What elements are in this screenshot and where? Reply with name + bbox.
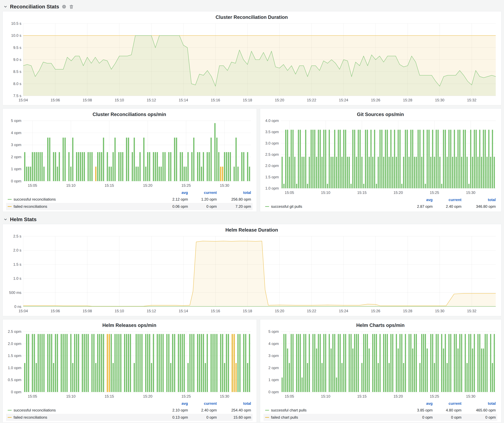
- svg-text:15:25: 15:25: [430, 394, 439, 398]
- legend-sort-current[interactable]: current: [188, 401, 217, 406]
- section-header-helm-stats[interactable]: Helm Stats: [2, 215, 502, 224]
- series-color-dash: [8, 199, 12, 200]
- legend-row: failed reconciliations 0.06 opm 0 opm 7.…: [6, 203, 253, 210]
- svg-text:15:10: 15:10: [321, 190, 330, 195]
- svg-text:1.5 opm: 1.5 opm: [265, 175, 279, 179]
- panel-cluster-reconciliations-opm: Cluster Reconciliations ops/min 0 opm1 o…: [2, 108, 257, 212]
- svg-text:15:10: 15:10: [115, 309, 124, 313]
- svg-text:0 opm: 0 opm: [11, 179, 21, 183]
- svg-text:15:14: 15:14: [179, 98, 188, 102]
- section-title: Reconciliation Stats: [10, 4, 59, 10]
- panel-title[interactable]: Helm Release Duration: [4, 226, 499, 234]
- legend-header-row: avg current total: [6, 189, 253, 196]
- svg-text:1 opm: 1 opm: [11, 167, 21, 171]
- panel-title[interactable]: Cluster Reconciliation Duration: [4, 13, 499, 21]
- legend-row: successful reconciliations 2.12 opm 1.20…: [6, 196, 253, 203]
- cluster-reconciliations-chart[interactable]: 0 opm1 opm2 opm3 opm4 opm5 opm15:0515:10…: [4, 118, 254, 189]
- svg-text:15:22: 15:22: [307, 98, 316, 102]
- legend-row: successful git pulls 2.87 opm 2.40 opm 3…: [264, 203, 497, 210]
- svg-text:1.5 opm: 1.5 opm: [8, 353, 21, 358]
- helm-charts-chart[interactable]: 0 opm1 opm2 opm3 opm4 opm5 opm15:0515:10…: [262, 329, 499, 400]
- helm-releases-chart[interactable]: 0 opm0.5 opm1.0 opm1.5 opm2.0 opm2.5 opm…: [4, 329, 254, 400]
- cluster-reconciliation-duration-chart[interactable]: 7.5 s8.0 s8.5 s9.0 s9.5 s10.0 s10.5 s15:…: [4, 21, 499, 104]
- gear-icon[interactable]: [61, 4, 66, 9]
- svg-text:15:26: 15:26: [371, 98, 380, 102]
- svg-text:15:15: 15:15: [105, 394, 114, 398]
- legend-header-row: avg current total: [264, 400, 497, 407]
- legend-sort-current[interactable]: current: [188, 190, 217, 195]
- panel-title[interactable]: Git Sources ops/min: [262, 110, 499, 118]
- svg-text:15:24: 15:24: [339, 309, 348, 313]
- legend-current-value: 0 opm: [188, 415, 217, 420]
- legend-sort-total[interactable]: total: [217, 401, 251, 406]
- legend-sort-avg[interactable]: avg: [403, 198, 433, 202]
- chart-area: 1.0 opm1.5 opm2.0 opm2.5 opm3.0 opm3.5 o…: [262, 118, 499, 196]
- legend-avg-value: 2.12 opm: [158, 197, 188, 201]
- svg-text:10.5 s: 10.5 s: [11, 21, 21, 26]
- series-name[interactable]: successful reconciliations: [13, 408, 56, 412]
- legend-row: successful reconciliations 2.10 opm 2.40…: [6, 407, 253, 414]
- svg-text:2.0 opm: 2.0 opm: [265, 164, 279, 168]
- legend: avg current total successful reconciliat…: [4, 189, 254, 210]
- svg-text:15:14: 15:14: [179, 309, 188, 313]
- svg-text:4 opm: 4 opm: [11, 131, 21, 135]
- svg-text:15:32: 15:32: [467, 309, 476, 313]
- svg-text:15:04: 15:04: [18, 309, 28, 313]
- svg-text:15:22: 15:22: [307, 309, 316, 313]
- section-header-reconciliation-stats[interactable]: Reconciliation Stats: [2, 2, 502, 11]
- legend-avg-value: 0.13 opm: [158, 415, 188, 420]
- svg-text:15:08: 15:08: [83, 309, 92, 313]
- legend-header-row: avg current total: [6, 400, 253, 407]
- legend-sort-current[interactable]: current: [433, 198, 462, 202]
- chart-area: 0 opm1 opm2 opm3 opm4 opm5 opm15:0515:10…: [4, 118, 254, 189]
- svg-text:0 ns: 0 ns: [14, 305, 21, 309]
- legend-sort-total[interactable]: total: [217, 190, 251, 195]
- svg-text:9.0 s: 9.0 s: [13, 58, 21, 62]
- legend-sort-current[interactable]: current: [433, 401, 462, 406]
- legend-avg-value: 0.06 opm: [158, 204, 188, 209]
- series-name[interactable]: failed reconciliations: [13, 204, 47, 209]
- legend-sort-avg[interactable]: avg: [158, 401, 188, 406]
- legend-sort-avg[interactable]: avg: [403, 401, 433, 406]
- panel-helm-releases-opm: Helm Releases ops/min 0 opm0.5 opm1.0 op…: [2, 319, 257, 423]
- trash-icon[interactable]: [69, 4, 74, 9]
- svg-text:15:20: 15:20: [394, 394, 403, 398]
- svg-text:15:05: 15:05: [285, 190, 294, 195]
- chevron-down-icon: [3, 217, 7, 222]
- panel-title[interactable]: Cluster Reconciliations ops/min: [4, 110, 254, 118]
- series-color-dash: [265, 206, 269, 207]
- svg-text:8.5 s: 8.5 s: [13, 70, 21, 74]
- svg-text:15:20: 15:20: [143, 394, 152, 398]
- git-sources-chart[interactable]: 1.0 opm1.5 opm2.0 opm2.5 opm3.0 opm3.5 o…: [262, 118, 499, 196]
- svg-text:15:20: 15:20: [394, 190, 403, 195]
- svg-text:8.0 s: 8.0 s: [13, 82, 21, 86]
- svg-text:15:08: 15:08: [83, 98, 92, 102]
- legend-sort-total[interactable]: total: [462, 198, 496, 202]
- legend-sort-avg[interactable]: avg: [158, 190, 188, 195]
- legend-current-value: 2.40 opm: [433, 204, 462, 209]
- svg-text:15:28: 15:28: [403, 98, 412, 102]
- svg-text:15:18: 15:18: [243, 98, 252, 102]
- panel-title[interactable]: Helm Releases ops/min: [4, 321, 254, 329]
- legend-avg-value: 0 opm: [403, 415, 433, 420]
- svg-text:1.5 s: 1.5 s: [13, 262, 21, 266]
- series-name[interactable]: successful reconciliations: [13, 197, 56, 201]
- legend-current-value: 2.40 opm: [188, 408, 217, 412]
- svg-text:15:15: 15:15: [357, 394, 366, 398]
- series-name[interactable]: failed reconciliations: [13, 415, 47, 420]
- svg-text:15:30: 15:30: [435, 98, 444, 102]
- legend: avg current total successful reconciliat…: [4, 400, 254, 421]
- svg-text:15:10: 15:10: [66, 394, 76, 398]
- svg-text:4.0 opm: 4.0 opm: [265, 118, 279, 123]
- panel-title[interactable]: Helm Charts ops/min: [262, 321, 499, 329]
- svg-text:1.0 s: 1.0 s: [13, 276, 21, 281]
- svg-text:15:30: 15:30: [466, 190, 475, 195]
- svg-text:5 opm: 5 opm: [268, 329, 279, 334]
- series-name[interactable]: failed chart pulls: [271, 415, 298, 420]
- legend-total-value: 0 opm: [462, 415, 496, 420]
- series-name[interactable]: successful git pulls: [271, 204, 302, 209]
- legend-sort-total[interactable]: total: [462, 401, 496, 406]
- series-name[interactable]: successful chart pulls: [271, 408, 306, 412]
- legend-header-row: avg current total: [264, 197, 497, 203]
- helm-release-duration-chart[interactable]: 0 ns500 ms1.0 s1.5 s2.0 s2.5 s15:0415:06…: [4, 234, 499, 314]
